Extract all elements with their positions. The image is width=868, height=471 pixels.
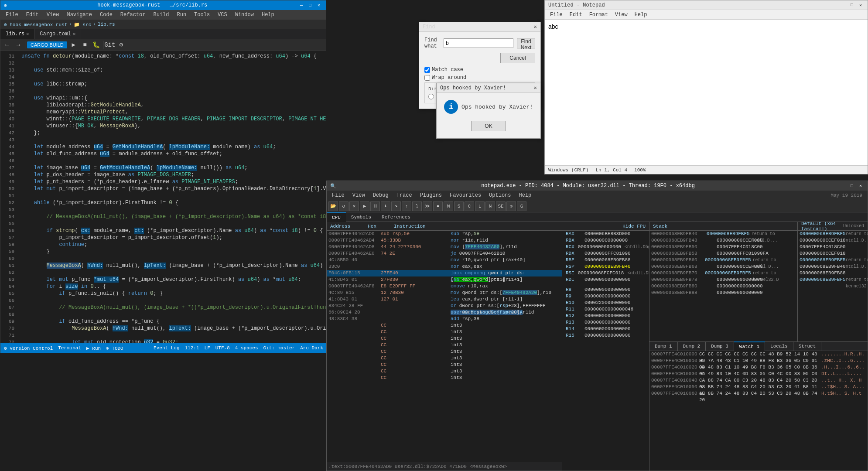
dbg-step-over-button[interactable]: ↷	[391, 201, 401, 211]
stop-button[interactable]: ■	[80, 40, 90, 50]
tab-close-librs[interactable]: ✕	[26, 31, 29, 37]
menu-navigate[interactable]: Navigate	[63, 11, 96, 19]
dbg-menu-plugins[interactable]: Plugins	[417, 191, 445, 199]
dbg-stack-button[interactable]: S	[454, 201, 464, 211]
back-button[interactable]: ←	[2, 40, 12, 50]
dbg-menu-file[interactable]: File	[328, 191, 348, 199]
menu-run[interactable]: Run	[173, 11, 190, 19]
status-run[interactable]: ▶ Run	[86, 345, 101, 351]
dbg-step-into-button[interactable]: ⬇	[381, 201, 390, 211]
wrap-around-checkbox[interactable]	[424, 75, 430, 81]
notepad-menu-edit[interactable]: Edit	[566, 11, 586, 19]
close-button[interactable]: ✕	[315, 2, 322, 9]
notepad-menu-view[interactable]: View	[612, 11, 631, 19]
tab-watch1[interactable]: Watch 1	[734, 341, 765, 351]
notepad-minimize[interactable]: —	[840, 2, 847, 9]
tab-cargotoml[interactable]: Cargo.toml ✕	[34, 29, 81, 39]
debugger-minimize[interactable]: —	[840, 182, 847, 189]
debug-button[interactable]: 🐛	[92, 40, 101, 50]
tab-struct[interactable]: Struct	[793, 341, 822, 351]
notepad-close[interactable]: ✕	[857, 2, 864, 9]
notepad-encoding: Windows (CRLF)	[548, 167, 588, 173]
dbg-menu-help[interactable]: Help	[516, 191, 535, 199]
dbg-memory-button[interactable]: M	[444, 201, 453, 211]
ops-ok-button[interactable]: OK	[471, 121, 506, 131]
menu-file[interactable]: File	[2, 11, 22, 19]
dbg-pause-button[interactable]: ⏸	[370, 201, 380, 211]
notepad-menu-file[interactable]: File	[547, 11, 566, 19]
minimize-button[interactable]: —	[298, 2, 305, 9]
hex-row: 000000068EB9FBF5 return to ntdll.D...	[798, 231, 868, 237]
dbg-cpu-button[interactable]: C	[465, 201, 474, 211]
menu-refactor[interactable]: Refactor	[117, 11, 149, 19]
notepad-menu-help[interactable]: Help	[631, 11, 651, 19]
menu-vcs[interactable]: VCS	[214, 11, 231, 19]
menu-view[interactable]: View	[43, 11, 63, 19]
git-button[interactable]: Git	[105, 40, 115, 50]
tab-close-cargo[interactable]: ✕	[73, 31, 75, 37]
dbg-step-out-button[interactable]: ↑	[402, 201, 411, 211]
dbg-close-button[interactable]: ✕	[349, 201, 359, 211]
find-next-button[interactable]: Find Next	[517, 38, 535, 48]
dbg-menu-favourites[interactable]: Favourites	[446, 191, 485, 199]
tab-locals[interactable]: Locals	[765, 341, 793, 351]
cancel-button[interactable]: Cancel	[500, 53, 535, 63]
debugger-maximize[interactable]: □	[848, 182, 855, 189]
hide-fpu-button[interactable]: Hide FPU	[622, 224, 646, 229]
cargo-build-button[interactable]: CARGO BUILD	[27, 41, 67, 48]
dbg-menu-trace[interactable]: Trace	[393, 191, 416, 199]
menu-help[interactable]: Help	[258, 11, 278, 19]
maximize-button[interactable]: □	[307, 2, 314, 9]
dbg-graph-button[interactable]: G	[517, 201, 526, 211]
find-what-input[interactable]	[444, 38, 513, 48]
tab-dump3[interactable]: Dump 3	[706, 341, 734, 351]
menu-build[interactable]: Build	[150, 11, 172, 19]
forward-button[interactable]: →	[14, 40, 23, 50]
dbg-run-button[interactable]: ▶	[360, 201, 369, 211]
menu-window[interactable]: Window	[232, 11, 257, 19]
debugger-title: notepad.exe - PID: 4084 - Module: user32…	[481, 183, 695, 189]
status-version-control[interactable]: ⚙ Version Control	[4, 345, 53, 351]
status-terminal[interactable]: Terminal	[58, 345, 81, 351]
tab-librs[interactable]: lib.rs ✕	[0, 29, 34, 39]
settings-button[interactable]: ⚙	[116, 40, 126, 50]
notepad-content[interactable]: abc	[545, 20, 868, 34]
status-todo[interactable]: ⊕ TODO	[106, 345, 123, 351]
dbg-restart-button[interactable]: ↺	[339, 201, 349, 211]
code-line	[21, 206, 322, 213]
dbg-log-button[interactable]: L	[475, 201, 485, 211]
debugger-menu-bar: File View Debug Trace Plugins Favourites…	[327, 191, 868, 200]
references-tab[interactable]: References	[376, 212, 416, 222]
dbg-menu-debug[interactable]: Debug	[369, 191, 392, 199]
dbg-menu-options[interactable]: Options	[485, 191, 514, 199]
menu-edit[interactable]: Edit	[23, 11, 42, 19]
menu-tools[interactable]: Tools	[191, 11, 213, 19]
play-button[interactable]: ▶	[69, 40, 79, 50]
code-line: // MessageBoxA(null_mut(), (image_base +…	[21, 213, 322, 220]
menu-code[interactable]: Code	[96, 11, 116, 19]
dbg-execute-till-button[interactable]: ⤵	[412, 201, 422, 211]
match-case-checkbox[interactable]	[424, 67, 430, 73]
notepad-maximize[interactable]: □	[848, 2, 855, 9]
notepad-menu-format[interactable]: Format	[586, 11, 612, 19]
dbg-menu-view[interactable]: View	[349, 191, 369, 199]
dbg-notes-button[interactable]: N	[485, 201, 495, 211]
memory-row: 00007FFE4C010010 D2 7A 48 43 C1 10 49 B8…	[649, 358, 868, 364]
dbg-breakpoints-button[interactable]: ●	[433, 201, 443, 211]
code-content[interactable]: unsafe fn detour(module_name: *const i8,…	[18, 51, 326, 353]
disasm-rows[interactable]: 00007FFE40462AD0 sub rsp,5e sub rsp,5e 0…	[327, 231, 562, 462]
direction-up-radio[interactable]	[428, 94, 434, 99]
dbg-open-button[interactable]: 📂	[328, 201, 338, 211]
find-title-label: Find	[423, 24, 435, 30]
dbg-refs-button[interactable]: ⊕	[506, 201, 516, 211]
find-close-button[interactable]: ✕	[534, 24, 537, 30]
tab-dump1[interactable]: Dump 1	[649, 341, 678, 351]
debugger-close[interactable]: ✕	[857, 182, 864, 189]
status-event-log[interactable]: Event Log	[154, 345, 179, 351]
dbg-trace-button[interactable]: ≫	[423, 201, 432, 211]
symbols-tab[interactable]: Symbols	[346, 212, 376, 222]
ops-dialog-close[interactable]: ✕	[534, 85, 537, 91]
tab-dump2[interactable]: Dump 2	[678, 341, 706, 351]
dbg-se-button[interactable]: SE	[496, 201, 506, 211]
cpu-tab[interactable]: CPU	[327, 212, 346, 222]
